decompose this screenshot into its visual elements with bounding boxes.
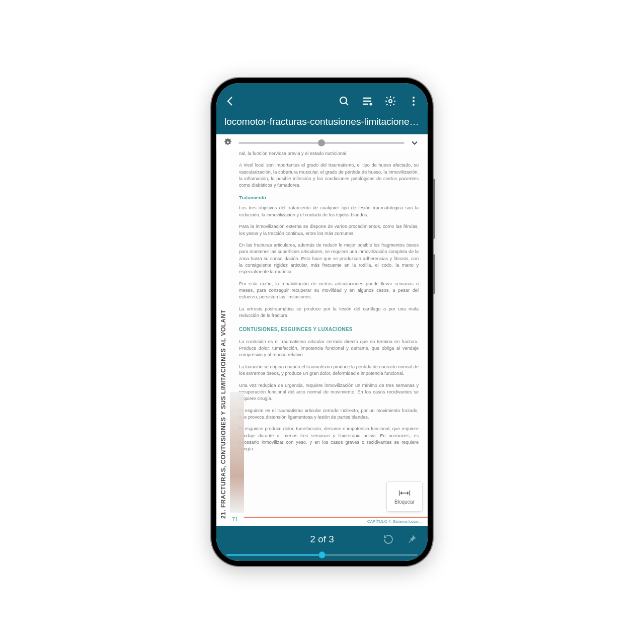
para: Los tres objetivos del tratamiento de cu…	[239, 205, 419, 218]
search-icon[interactable]	[338, 95, 350, 107]
para: La artrosis postraumática se produce por…	[239, 306, 419, 319]
para: Por esta razón, la rehabilitación de cie…	[239, 281, 419, 301]
section-heading: CONTUSIONES, ESGUINCES Y LUXACIONES	[239, 326, 419, 334]
section-heading: Tratamiento	[239, 194, 419, 201]
brightness-slider[interactable]	[238, 142, 405, 144]
rotate-icon[interactable]	[382, 533, 394, 545]
toc-icon[interactable]	[361, 95, 373, 107]
para: nal, la función nerviosa previa y el est…	[239, 150, 419, 157]
page-illustration	[230, 392, 244, 513]
progress-fill	[226, 554, 322, 556]
page-body: nal, la función nerviosa previa y el est…	[230, 150, 428, 526]
auto-brightness-icon[interactable]: A	[222, 137, 233, 148]
page-number: 71	[232, 516, 238, 524]
fit-width-icon	[398, 489, 411, 497]
app-bar: locomotor-fracturas-contusiones-limitaci…	[216, 83, 428, 134]
pin-icon[interactable]	[406, 533, 418, 545]
svg-point-2	[389, 100, 392, 103]
svg-point-0	[340, 97, 347, 104]
phone-frame: locomotor-fracturas-contusiones-limitaci…	[211, 78, 433, 566]
chevron-down-icon[interactable]	[410, 138, 420, 148]
document-viewport[interactable]: 21. FRACTURAS, CONTUSIONES Y SUS LIMITAC…	[216, 150, 428, 526]
page-counter: 2 of 3	[310, 534, 334, 545]
progress-thumb[interactable]	[318, 551, 326, 558]
para: En las fracturas articulares, además de …	[239, 242, 419, 276]
document-title: locomotor-fracturas-contusiones-limitaci…	[224, 116, 420, 127]
para: El esguince produce dolor, tumefacción, …	[239, 426, 419, 452]
page-progress[interactable]	[226, 554, 418, 556]
svg-text:A: A	[226, 140, 229, 144]
more-icon[interactable]	[408, 95, 420, 107]
para: El esguince es el traumatismo articular …	[239, 408, 419, 421]
bottom-bar: 2 of 3	[216, 526, 428, 558]
gear-icon[interactable]	[384, 95, 396, 107]
lock-width-button[interactable]: Bloquear	[386, 481, 423, 512]
para: La luxación se origina cuando el traumat…	[239, 364, 419, 377]
svg-point-4	[413, 100, 415, 102]
brightness-bar: A	[216, 134, 428, 150]
chapter-footer: CAPÍTULO 4. Sistema locom...	[244, 517, 428, 526]
para: Una vez reducida de urgencia, requiere i…	[239, 382, 419, 403]
lock-label: Bloquear	[394, 499, 415, 505]
svg-point-3	[413, 97, 415, 99]
para: A nivel local son importantes el grado d…	[239, 162, 419, 189]
svg-point-5	[413, 104, 415, 106]
chapter-side-title: 21. FRACTURAS, CONTUSIONES Y SUS LIMITAC…	[216, 150, 230, 526]
brightness-thumb[interactable]	[318, 139, 325, 146]
back-icon[interactable]	[224, 95, 236, 107]
para: Para la inmovilización externa se dispon…	[239, 223, 419, 237]
svg-point-1	[370, 104, 372, 105]
para: La contusión es el traumatismo articular…	[239, 339, 419, 359]
screen: locomotor-fracturas-contusiones-limitaci…	[216, 83, 428, 561]
